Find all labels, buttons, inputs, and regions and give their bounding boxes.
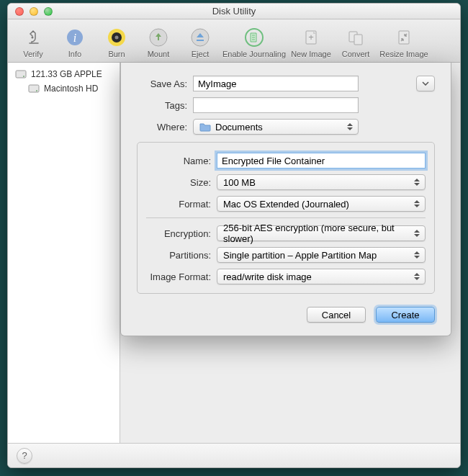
encryption-label: Encryption: — [146, 228, 211, 239]
toolbar-enable-journaling[interactable]: Enable Journaling — [221, 24, 287, 58]
new-image-sheet: Save As: Tags: Where: Documents — [120, 63, 451, 336]
partitions-label: Partitions: — [146, 250, 211, 261]
chevron-down-icon — [422, 81, 429, 86]
updown-arrows-icon — [412, 198, 422, 210]
toolbar-label: Convert — [342, 50, 370, 58]
titlebar: Disk Utility — [8, 4, 460, 19]
burn-icon — [106, 27, 127, 48]
encryption-value: 256-bit AES encryption (more secure, but… — [223, 223, 409, 244]
eject-icon — [189, 27, 211, 48]
svg-text:i: i — [73, 32, 76, 44]
toolbar-eject[interactable]: Eject — [179, 24, 221, 58]
tags-label: Tags: — [137, 100, 187, 111]
toolbar: Verify i Info Burn Mount Eject — [8, 19, 460, 63]
convert-icon — [345, 27, 366, 48]
folder-icon — [199, 122, 211, 132]
toolbar-label: Enable Journaling — [222, 50, 286, 58]
disclosure-button[interactable] — [416, 76, 435, 91]
svg-rect-14 — [16, 71, 26, 78]
svg-point-0 — [32, 36, 34, 38]
partitions-popup[interactable]: Single partition – Apple Partition Map — [217, 247, 426, 263]
disk-utility-window: Disk Utility Verify i Info Burn Mount — [7, 3, 461, 468]
where-value: Documents — [215, 122, 263, 133]
toolbar-burn[interactable]: Burn — [96, 24, 138, 58]
divider — [146, 217, 426, 218]
partitions-value: Single partition – Apple Partition Map — [223, 250, 377, 261]
toolbar-resize-image[interactable]: Resize Image — [377, 24, 431, 58]
statusbar: ? — [8, 443, 460, 467]
help-glyph: ? — [22, 450, 27, 461]
format-value: Mac OS Extended (Journaled) — [223, 199, 349, 210]
svg-point-5 — [115, 35, 119, 39]
name-label: Name: — [146, 156, 211, 166]
toolbar-label: Burn — [108, 50, 125, 58]
updown-arrows-icon — [412, 249, 422, 261]
new-image-icon: + — [300, 27, 322, 48]
toolbar-label: New Image — [291, 50, 331, 58]
toolbar-label: Mount — [148, 50, 170, 58]
toolbar-new-image[interactable]: + New Image — [287, 24, 335, 58]
toolbar-verify[interactable]: Verify — [12, 24, 54, 58]
toolbar-mount[interactable]: Mount — [138, 24, 179, 58]
toolbar-label: Info — [68, 50, 81, 58]
sidebar-disk-item[interactable]: 121.33 GB APPLE — [8, 67, 120, 81]
hard-disk-icon — [15, 68, 27, 80]
toolbar-label: Resize Image — [379, 50, 428, 58]
toolbar-label: Verify — [23, 50, 43, 58]
sidebar-volume-item[interactable]: Macintosh HD — [8, 81, 120, 96]
size-popup[interactable]: 100 MB — [217, 174, 426, 190]
help-button[interactable]: ? — [17, 448, 32, 464]
sidebar-item-label: 121.33 GB APPLE — [31, 69, 102, 79]
svg-point-17 — [36, 90, 37, 91]
where-label: Where: — [137, 122, 187, 133]
resize-icon — [393, 27, 415, 48]
svg-rect-12 — [354, 35, 362, 45]
options-box: Name: Size: 100 MB Format: Mac OS Extend… — [137, 142, 435, 294]
toolbar-convert[interactable]: Convert — [335, 24, 377, 58]
tags-input[interactable] — [193, 97, 359, 113]
updown-arrows-icon — [412, 271, 422, 282]
mount-icon — [148, 27, 169, 48]
microscope-icon — [22, 27, 44, 48]
sidebar-item-label: Macintosh HD — [44, 84, 98, 94]
format-popup[interactable]: Mac OS Extended (Journaled) — [217, 196, 426, 212]
save-as-input[interactable] — [193, 76, 359, 91]
image-format-label: Image Format: — [146, 271, 211, 282]
button-row: Cancel Create — [137, 307, 435, 323]
window-title: Disk Utility — [8, 6, 460, 17]
image-format-value: read/write disk image — [223, 271, 312, 282]
button-label: Create — [391, 310, 419, 320]
volume-icon — [28, 83, 40, 94]
format-label: Format: — [146, 199, 211, 210]
save-as-label: Save As: — [137, 78, 187, 89]
info-icon: i — [64, 27, 86, 48]
toolbar-label: Eject — [192, 50, 209, 58]
button-label: Cancel — [322, 310, 351, 320]
svg-rect-16 — [29, 85, 39, 92]
toolbar-info[interactable]: i Info — [54, 24, 96, 58]
svg-point-15 — [23, 76, 24, 77]
encryption-popup[interactable]: 256-bit AES encryption (more secure, but… — [217, 225, 426, 241]
cancel-button[interactable]: Cancel — [307, 307, 366, 323]
updown-arrows-icon — [345, 121, 355, 133]
where-popup[interactable]: Documents — [193, 119, 359, 135]
updown-arrows-icon — [412, 228, 422, 239]
svg-text:+: + — [308, 32, 314, 42]
journaling-icon — [243, 27, 265, 48]
sidebar: 121.33 GB APPLE Macintosh HD — [8, 63, 120, 443]
size-label: Size: — [146, 177, 211, 188]
image-format-popup[interactable]: read/write disk image — [217, 269, 426, 284]
svg-rect-13 — [399, 31, 409, 44]
name-input[interactable] — [217, 153, 426, 169]
size-value: 100 MB — [223, 177, 256, 188]
create-button[interactable]: Create — [376, 307, 435, 323]
updown-arrows-icon — [412, 176, 422, 188]
